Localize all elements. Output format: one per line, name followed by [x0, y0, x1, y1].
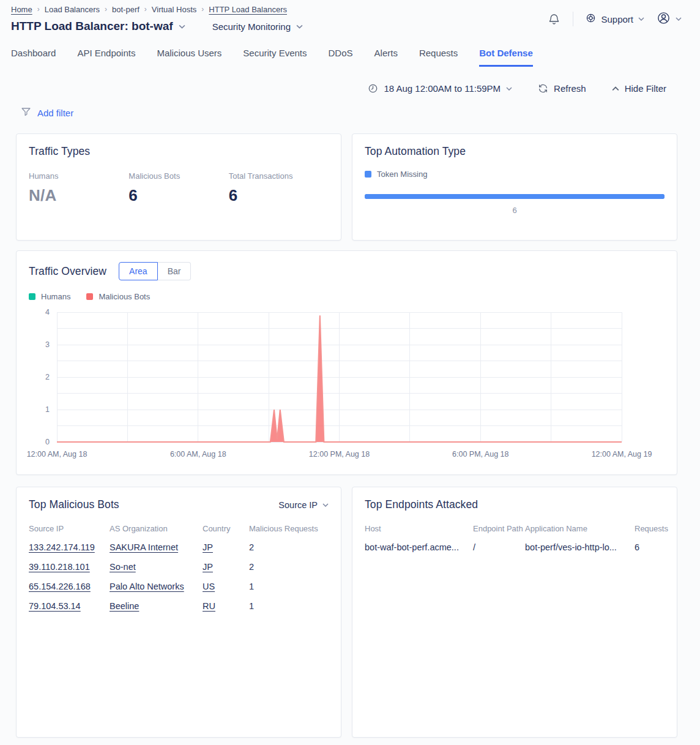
- axis-tick-label: 0: [45, 438, 50, 446]
- legend-label: Humans: [41, 292, 70, 301]
- cell: 1: [249, 601, 329, 611]
- column-header-country: Country: [203, 524, 249, 533]
- traffic-types-card: Traffic Types HumansN/AMalicious Bots6To…: [16, 133, 341, 241]
- column-header-as-organization: AS Organization: [110, 524, 203, 533]
- table-row: 133.242.174.119SAKURA InternetJP2: [29, 537, 329, 557]
- divider: [573, 12, 573, 26]
- breadcrumb-item-home[interactable]: Home: [11, 5, 32, 14]
- table-header: HostEndpoint PathApplication NameRequest…: [365, 521, 665, 537]
- cell-link[interactable]: 65.154.226.168: [29, 582, 110, 591]
- bell-icon[interactable]: [548, 12, 560, 26]
- tab-malicious-users[interactable]: Malicious Users: [157, 48, 222, 67]
- chevron-up-icon: [612, 86, 619, 91]
- user-circle-icon: [657, 11, 671, 27]
- hide-filter-label: Hide Filter: [625, 83, 666, 94]
- top-bar: Home›Load Balancers›bot-perf›Virtual Hos…: [0, 0, 700, 33]
- column-header-requests: Requests: [635, 524, 668, 533]
- account-menu[interactable]: [657, 11, 682, 27]
- breadcrumb-item-http-load-balancers[interactable]: HTTP Load Balancers: [209, 5, 287, 14]
- hide-filter-button[interactable]: Hide Filter: [612, 83, 666, 94]
- refresh-icon: [538, 83, 548, 94]
- refresh-button[interactable]: Refresh: [538, 83, 586, 94]
- cell-link[interactable]: 79.104.53.14: [29, 601, 110, 611]
- stat-value: 6: [128, 186, 228, 205]
- chevron-down-icon: [676, 17, 682, 21]
- table-row: 79.104.53.14BeelineRU1: [29, 596, 329, 616]
- axis-tick-label: 1: [45, 405, 50, 414]
- top-malicious-bots-card: Top Malicious Bots Source IP Source IPAS…: [16, 487, 341, 738]
- cell-link[interactable]: So-net: [110, 562, 203, 572]
- legend-item-humans[interactable]: Humans: [29, 292, 70, 301]
- axis-tick-label: 3: [45, 340, 50, 349]
- cell-link[interactable]: JP: [203, 562, 249, 572]
- funnel-icon: [21, 107, 31, 119]
- chart-toggle-bar[interactable]: Bar: [158, 262, 192, 280]
- cell-link[interactable]: Palo Alto Networks: [110, 582, 203, 591]
- legend-item-malicious-bots[interactable]: Malicious Bots: [86, 292, 150, 301]
- breadcrumb-separator: ›: [105, 5, 107, 13]
- automation-bar: [365, 194, 665, 199]
- cell-link[interactable]: SAKURA Internet: [110, 542, 203, 552]
- add-filter-button[interactable]: Add filter: [21, 107, 700, 119]
- tab-requests[interactable]: Requests: [419, 48, 458, 67]
- stat-label: Malicious Bots: [128, 171, 228, 181]
- breadcrumb-separator: ›: [144, 5, 147, 13]
- filter-toolbar: 18 Aug 12:00AM to 11:59PM Refresh Hide F…: [0, 67, 700, 94]
- cell-link[interactable]: Beeline: [110, 601, 203, 611]
- cell-link[interactable]: RU: [203, 601, 249, 611]
- stat-value: 6: [229, 186, 329, 205]
- top-endpoints-title: Top Endpoints Attacked: [365, 498, 665, 511]
- cell: /: [473, 542, 525, 552]
- table-row: 39.110.218.101So-netJP2: [29, 557, 329, 577]
- chart-toggle-area[interactable]: Area: [119, 262, 158, 280]
- chevron-down-icon: [322, 503, 329, 507]
- support-menu[interactable]: Support: [586, 13, 644, 25]
- cell-link[interactable]: 133.242.174.119: [29, 542, 110, 552]
- chevron-down-icon[interactable]: [179, 24, 185, 29]
- legend-item-token-missing[interactable]: Token Missing: [365, 170, 427, 179]
- traffic-types-title: Traffic Types: [29, 145, 329, 158]
- chevron-down-icon: [506, 87, 512, 91]
- tab-alerts[interactable]: Alerts: [374, 48, 398, 67]
- legend-swatch: [86, 293, 93, 300]
- lifebuoy-icon: [586, 13, 596, 25]
- tab-api-endpoints[interactable]: API Endpoints: [77, 48, 135, 67]
- cell: 2: [249, 562, 329, 572]
- breadcrumb-item-virtual-hosts: Virtual Hosts: [152, 5, 196, 14]
- traffic-overview-chart[interactable]: 0123412:00 AM, Aug 186:00 AM, Aug 1812:0…: [29, 306, 665, 462]
- automation-bar-chart[interactable]: [365, 194, 665, 199]
- refresh-label: Refresh: [554, 83, 586, 94]
- tab-bot-defense[interactable]: Bot Defense: [479, 48, 533, 67]
- monitoring-selector-label: Security Monitoring: [212, 21, 291, 32]
- cell: bot-perf/ves-io-http-lo...: [525, 542, 635, 552]
- cell-link[interactable]: JP: [203, 542, 249, 552]
- tab-dashboard[interactable]: Dashboard: [11, 48, 56, 67]
- breadcrumb-item-load-balancers: Load Balancers: [45, 5, 100, 14]
- column-header-endpoint-path: Endpoint Path: [473, 524, 525, 533]
- legend-label: Malicious Bots: [99, 292, 150, 301]
- cell: bot-waf-bot-perf.acme...: [365, 542, 473, 552]
- stat-total-transactions: Total Transactions6: [229, 171, 329, 205]
- cell-link[interactable]: 39.110.218.101: [29, 562, 110, 572]
- table-row: 65.154.226.168Palo Alto NetworksUS1: [29, 577, 329, 596]
- group-by-selector[interactable]: Source IP: [278, 500, 329, 510]
- traffic-overview-legend: HumansMalicious Bots: [29, 292, 665, 301]
- breadcrumb-separator: ›: [37, 5, 40, 13]
- column-header-host: Host: [365, 524, 473, 533]
- tab-security-events[interactable]: Security Events: [243, 48, 307, 67]
- endpoints-table: HostEndpoint PathApplication NameRequest…: [365, 521, 665, 557]
- tab-ddos[interactable]: DDoS: [329, 48, 353, 67]
- stat-label: Total Transactions: [229, 171, 329, 181]
- column-header-application-name: Application Name: [525, 524, 635, 533]
- stat-label: Humans: [29, 171, 128, 181]
- cell: 6: [635, 542, 665, 552]
- malicious-bots-table: Source IPAS OrganizationCountryMalicious…: [29, 521, 329, 616]
- traffic-overview-title: Traffic Overview: [29, 265, 106, 278]
- cell-link[interactable]: US: [203, 582, 249, 591]
- date-range-picker[interactable]: 18 Aug 12:00AM to 11:59PM: [368, 83, 512, 94]
- chevron-down-icon: [296, 24, 303, 29]
- legend-swatch: [365, 171, 371, 178]
- column-header-source-ip: Source IP: [29, 524, 110, 533]
- traffic-overview-card: Traffic Overview AreaBar HumansMalicious…: [16, 250, 677, 475]
- monitoring-namespace-selector[interactable]: Security Monitoring: [212, 21, 303, 32]
